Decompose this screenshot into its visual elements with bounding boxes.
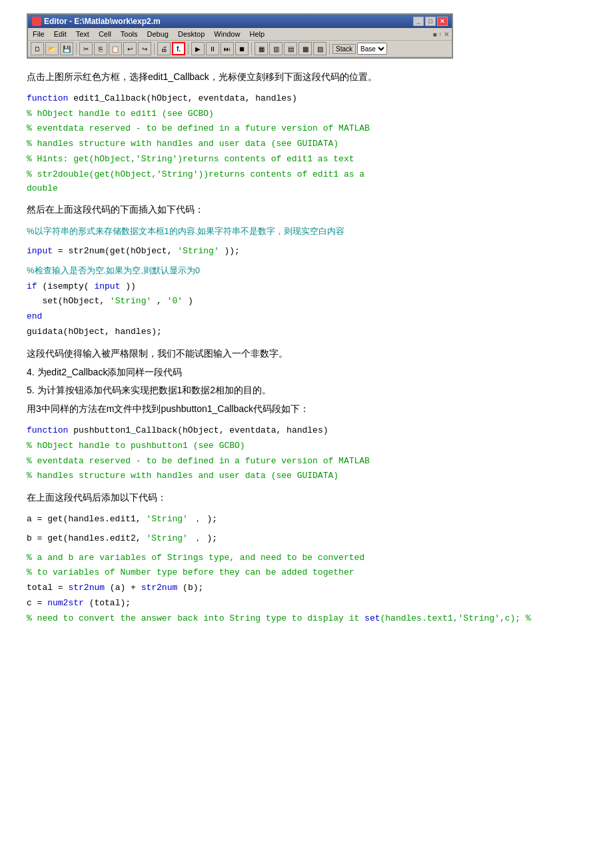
b-string: 'String' [146,533,187,543]
pb-comment2: % eventdata reserved - to be defined in … [27,455,586,469]
maximize-button[interactable]: □ [425,17,436,26]
toolbar-open[interactable]: 📂 [45,42,59,55]
separator-1 [76,43,77,55]
menu-desktop[interactable]: Desktop [176,29,207,39]
set-string1: 'String' [110,296,151,306]
a-string: 'String' [146,514,187,524]
if-keyword: if [27,281,37,291]
menu-cell[interactable]: Cell [97,29,113,39]
titlebar-left: Editor - E:\Matlab\work\exp2.m [32,17,161,26]
comment5: % str2double(get(hObject,'String'))retur… [27,168,586,196]
total-str2num1: str2num [68,583,105,593]
convert-comment1: % a and b are variables of Strings type,… [27,551,586,565]
set-kw-inline: set [364,613,380,623]
b-line: b = get(handles.edit2, 'String' ， ); [27,532,586,546]
set-line: set(hObject, 'String' , '0' ) [27,295,586,309]
toolbar-print[interactable]: 🖨 [157,42,171,55]
b-end: ， ); [193,533,217,543]
total-line: total = str2num (a) + str2num (b); [27,581,586,595]
function2-rest: pushbutton1_Callback(hObject, eventdata,… [73,425,328,435]
function1-rest: edit1_Callback(hObject, eventdata, handl… [73,93,297,103]
toolbar-grid3[interactable]: ▤ [284,42,297,55]
menu-debug[interactable]: Debug [145,29,171,39]
toolbar-grid5[interactable]: ▨ [313,42,326,55]
toolbar-copy[interactable]: ⎘ [94,42,107,55]
convert-comment2: % to variables of Number type before the… [27,566,586,580]
display-end: ,c); % [500,613,531,623]
input-end: )); [225,246,240,256]
separator-5 [329,43,330,55]
matlab-icon [32,17,41,26]
function2-line: function pushbutton1_Callback(hObject, e… [27,424,586,438]
input-string: 'String' [177,246,219,256]
input-keyword: input [27,246,53,256]
toolbar-debug2[interactable]: ⏸ [206,42,219,55]
c-num2str: num2str [47,598,84,608]
c-end: (total); [89,598,131,608]
menu-text[interactable]: Text [74,29,91,39]
end-keyword: end [27,311,42,321]
editor-menubar: File Edit Text Cell Tools Debug Desktop … [28,28,452,41]
comment3: % handles structure with handles and use… [27,137,586,151]
toolbar-redo[interactable]: ↪ [138,42,151,55]
a-kw: a = get(handles.edit1, [27,514,141,524]
close-button[interactable]: ✕ [437,17,448,26]
if-mid: (isempty( [42,281,89,291]
intro-text: 点击上图所示红色方框，选择edit1_Callback，光标便立刻移到下面这段代… [27,69,586,85]
toolbar-undo[interactable]: ↩ [123,42,137,55]
menu-help[interactable]: Help [247,29,267,39]
if-input: input [94,281,120,291]
toolbar-run[interactable]: ⏭ [221,42,234,55]
minimize-button[interactable]: _ [413,17,424,26]
a-line: a = get(handles.edit1, 'String' ， ); [27,513,586,527]
menu-window[interactable]: Window [212,29,242,39]
b-kw: b = get(handles.edit2, [27,533,141,543]
restrict-text: 这段代码使得输入被严格限制，我们不能试图输入一个非数字。 [27,346,586,362]
stack-dropdown[interactable]: Base [357,43,387,55]
toolbar-grid2[interactable]: ▥ [269,42,283,55]
empty-check-text: %检查输入是否为空.如果为空,则默认显示为0 [27,265,200,275]
menu-file[interactable]: File [31,29,47,39]
pb-comment3: % handles structure with handles and use… [27,469,586,483]
total-str2num2: str2num [141,583,178,593]
toolbar-save[interactable]: 💾 [60,42,73,55]
set-text: set(hObject, [27,296,105,306]
add-code-text: 在上面这段代码后添加以下代码： [27,490,586,506]
comment2: % eventdata reserved - to be defined in … [27,122,586,136]
toolbar-paste[interactable]: 📋 [109,42,122,55]
toolbar-f-button[interactable]: f. [172,42,185,55]
main-content: 点击上图所示红色方框，选择edit1_Callback，光标便立刻移到下面这段代… [27,69,586,626]
editor-window: Editor - E:\Matlab\work\exp2.m _ □ ✕ Fil… [27,13,453,59]
empty-check-comment: %检查输入是否为空.如果为空,则默认显示为0 [27,264,586,279]
function-keyword: function [27,93,68,103]
guidata-line: guidata(hObject, handles); [27,325,586,339]
toolbar-debug1[interactable]: ▶ [191,42,205,55]
if-end: )) [125,281,136,291]
total-end: (b); [183,583,203,593]
separator-3 [188,43,189,55]
end-line: end [27,310,586,324]
display-comment-start: % need to convert the answer back into S… [27,613,364,623]
toolbar-new[interactable]: 🗋 [31,42,44,55]
menu-tools[interactable]: Tools [119,29,140,39]
display-comment-line: % need to convert the answer back into S… [27,612,586,626]
toolbar-grid4[interactable]: ▩ [299,42,312,55]
stack-label: Stack [332,44,356,54]
display-comment-end: (handles.text1, [380,613,458,623]
menu-edit[interactable]: Edit [52,29,69,39]
toolbar-grid1[interactable]: ▦ [255,42,268,55]
function1-line: function edit1_Callback(hObject, eventda… [27,92,586,106]
set-paren: ) [188,296,193,306]
step5-text: 5. 为计算按钮添加代码来实现把数据1和数据2相加的目的。 [27,383,586,399]
comment4: % Hints: get(hObject,'String')returns co… [27,153,586,167]
toolbar-stop[interactable]: ⏹ [235,42,249,55]
hint-comment: %以字符串的形式来存储数据文本框1的内容.如果字符串不是数字，则现实空白内容 [27,225,586,239]
comment5-text: % str2double(get(hObject,'String'))retur… [27,169,364,179]
separator-2 [154,43,155,55]
total-mid2: (a) + [110,583,141,593]
total-kw: total = [27,583,68,593]
separator-4 [251,43,252,55]
set-comma: , [157,296,162,306]
toolbar-cut[interactable]: ✂ [79,42,93,55]
editor-toolbar: 🗋 📂 💾 ✂ ⎘ 📋 ↩ ↪ 🖨 f. ▶ ⏸ ⏭ ⏹ ▦ ▥ ▤ ▩ ▨ S… [28,41,452,57]
